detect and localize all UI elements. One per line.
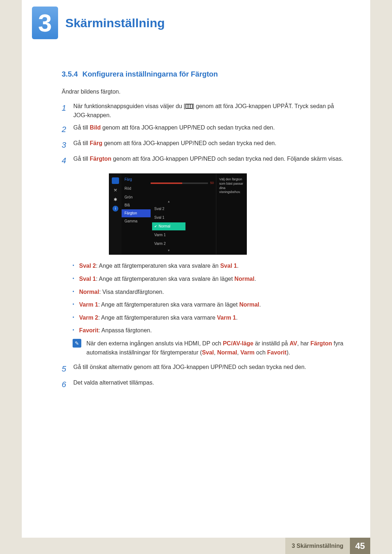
list-item: Sval 1: Ange att färgtemperaturen ska va… [73,274,348,284]
info-icon: i [113,206,118,212]
step-body: Det valda alternativet tillämpas. [73,378,348,391]
bold-term: Varm [240,349,254,356]
note-text: och [254,349,267,356]
bullet-text: : Anpassa färgtonen. [98,327,152,333]
osd-menu-item: Gamma [122,217,151,225]
step-text: genom att föra JOG-knappen UPP/NED och s… [101,124,275,131]
bold-term: Färgton [310,340,332,346]
page-number: 45 [350,538,370,554]
note-icon: ✎ [73,339,81,348]
bold-term: Sval 1 [79,276,96,282]
step-number: 6 [62,378,68,391]
chevron-down-icon: ▼ [152,249,185,253]
step-number: 3 [62,139,68,151]
list-item: Varm 2: Ange att färgtemperaturen ska va… [73,313,348,323]
chevron-up-icon: ▲ [152,200,185,204]
osd-slider-value: 50 [210,180,214,185]
step-list: 1 När funktionsknappsguiden visas väljer… [62,102,348,167]
step-body: Gå till Färg genom att föra JOG-knappen … [73,139,348,151]
step-1: 1 När funktionsknappsguiden visas väljer… [62,102,348,120]
section-number: 3.5.4 [62,70,78,78]
osd-help-text: Välj den färgton som bäst passar dina vi… [216,174,246,254]
step-text: Gå till [73,140,90,146]
step-5: 5 Gå till önskat alternativ genom att fö… [62,362,348,375]
step-number: 5 [62,362,68,375]
step-number: 4 [62,154,68,167]
step-list-cont: 5 Gå till önskat alternativ genom att fö… [62,362,348,391]
list-item: Normal: Visa standardfärgtonen. [73,287,348,297]
step-number: 2 [62,123,68,136]
bold-term: Favorit [267,349,286,356]
list-item: Sval 2: Ange att färgtemperaturen ska va… [73,261,348,271]
bullet-text: . [259,301,261,308]
osd-options: ▲ Sval 2 Sval 1 Normal Varm 1 Varm 2 ▼ [151,186,187,255]
osd-slider [151,182,208,184]
step-body: Gå till önskat alternativ genom att föra… [73,362,348,375]
bullet-text: . [237,263,238,269]
bold-term: Sval 1 [220,263,237,269]
bold-term: Färgton [90,156,111,162]
arrows-icon: ⤧ [112,187,119,193]
note-text: När den externa ingången ansluts via HDM… [86,340,223,346]
note-text: ). [286,349,290,356]
step-text: Gå till [73,156,90,162]
chapter-number-badge: 3 [32,7,58,39]
osd-menu-item-selected: Färgton [122,209,151,217]
osd-menu: Färg Röd Grön Blå Färgton Gamma [122,174,151,254]
note-text: , [237,349,240,356]
osd-icon-rail: ⤧ ✱ i [109,174,122,254]
chapter-title: Skärminställning [65,16,165,30]
content-area: 3.5.4 Konfigurera inställningarna för Fä… [22,39,370,391]
bold-term: Normal [234,276,254,282]
list-item: Favorit: Anpassa färgtonen. [73,326,348,335]
step-2: 2 Gå till Bild genom att föra JOG-knappe… [62,123,348,136]
step-text: genom att föra JOG-knappen UPP/NED och s… [111,156,343,162]
note-text: , har [297,340,310,346]
bold-term: Sval 2 [79,263,96,269]
section-heading: 3.5.4 Konfigurera inställningarna för Fä… [62,68,348,80]
step-body: När funktionsknappsguiden visas väljer d… [73,102,348,120]
osd-menu-item: Blå [122,201,151,209]
section-title: Konfigurera inställningarna för Färgton [82,70,218,78]
step-number: 1 [62,102,68,120]
bold-term: Varm 2 [79,315,98,321]
bold-term: Varm 1 [79,301,98,308]
bold-term: Normal [217,349,237,356]
bullet-text: . [236,315,237,321]
bold-term: Färg [90,140,102,146]
osd-option: Varm 2 [152,240,185,248]
osd-option: Sval 2 [152,205,185,213]
bold-term: PC/AV-läge [223,340,253,346]
step-text: genom att föra JOG-knappen UPP/NED och s… [102,140,276,146]
step-body: Gå till Färgton genom att föra JOG-knapp… [73,154,348,167]
osd-menu-item: Grön [122,193,151,201]
bold-term: Normal [79,289,99,295]
bold-term: AV [290,340,297,346]
osd-screenshot: ⤧ ✱ i Färg Röd Grön Blå Färgton Gamma 50 [109,173,247,255]
osd-option-checked: Normal [152,222,185,230]
step-body: Gå till Bild genom att föra JOG-knappen … [73,123,348,136]
bold-term: Normal [239,301,259,308]
list-item: Varm 1: Ange att färgtemperaturen ska va… [73,300,348,309]
bold-term: Sval [202,349,214,356]
step-3: 3 Gå till Färg genom att föra JOG-knappe… [62,139,348,151]
osd-menu-item: Röd [122,185,134,193]
page-footer: 3 Skärminställning 45 [22,538,370,554]
menu-icon [185,104,193,109]
step-text: När funktionsknappsguiden visas väljer d… [73,103,185,109]
note-text: När den externa ingången ansluts via HDM… [86,339,348,357]
osd-option: Sval 1 [152,214,185,222]
step-6: 6 Det valda alternativet tillämpas. [62,378,348,391]
footer-label: 3 Skärminställning [285,538,350,554]
step-4: 4 Gå till Färgton genom att föra JOG-kna… [62,154,348,167]
osd-middle: 50 ▲ Sval 2 Sval 1 Normal Varm 1 Varm 2 … [151,174,216,254]
bold-term: Bild [90,124,101,131]
bullet-text: : Ange att färgtemperaturen ska vara sva… [96,263,220,269]
osd-option: Varm 1 [152,231,185,239]
step-text: Gå till [73,124,90,131]
note: ✎ När den externa ingången ansluts via H… [73,339,348,357]
bullet-list: Sval 2: Ange att färgtemperaturen ska va… [73,261,348,335]
bullet-text: : Visa standardfärgtonen. [99,289,164,295]
bold-term: Varm 1 [217,315,236,321]
display-icon [112,177,119,184]
